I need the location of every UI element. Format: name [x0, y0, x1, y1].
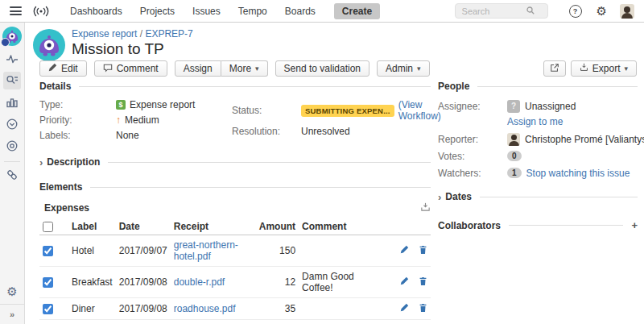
delete-row-trash-icon[interactable] — [419, 303, 427, 315]
assign-button[interactable]: Assign — [175, 60, 221, 77]
releases-clock-icon[interactable] — [3, 115, 21, 133]
breadcrumb: Expense report / EXPREP-7 — [72, 28, 193, 39]
components-target-icon[interactable] — [3, 137, 21, 155]
receipt-link[interactable]: double-r.pdf — [174, 276, 225, 288]
comment-button[interactable]: Comment — [94, 60, 167, 77]
nav-item-tempo[interactable]: Tempo — [238, 6, 267, 17]
left-column: Details Type: $ Expense report Priority:… — [39, 81, 431, 324]
expense-row: Casino 2017/09/09 one-eyed-jack.pdf 120 … — [39, 319, 431, 324]
issue-content: Expense report / EXPREP-7 Mission to TP … — [25, 23, 644, 324]
field-assignee: Assignee: ? Unassigned — [438, 99, 638, 113]
sidebar-divider — [4, 161, 20, 162]
expense-row: Hotel 2017/09/07 great-northern-hotel.pd… — [39, 235, 431, 267]
edit-row-pencil-icon[interactable] — [400, 303, 409, 314]
column-header-label: Label — [68, 218, 116, 235]
share-icon — [550, 63, 559, 75]
breadcrumb-project-link[interactable]: Expense report — [72, 28, 137, 39]
nav-item-dashboards[interactable]: Dashboards — [70, 6, 122, 17]
comment-bubble-icon — [103, 63, 113, 75]
send-to-validation-button[interactable]: Send to validation — [275, 60, 369, 77]
row-checkbox[interactable] — [43, 246, 53, 256]
hamburger-menu-icon[interactable] — [10, 6, 22, 15]
share-button[interactable] — [543, 60, 566, 77]
search-box — [455, 3, 548, 19]
nav-item-boards[interactable]: Boards — [285, 6, 316, 17]
issue-toolbar: Edit Comment Assign More▾ Send to valida… — [39, 60, 430, 77]
delete-row-trash-icon[interactable] — [419, 245, 427, 257]
row-checkbox[interactable] — [43, 277, 53, 288]
select-all-checkbox[interactable] — [43, 222, 53, 232]
top-navbar: Dashboards Projects Issues Tempo Boards … — [0, 0, 644, 23]
right-column: People Assignee: ? Unassigned Assign to … — [438, 81, 638, 231]
add-collaborator-icon[interactable]: + — [631, 219, 638, 231]
sidebar-expand-icon[interactable]: » — [10, 309, 14, 319]
admin-button[interactable]: Admin▾ — [377, 60, 430, 77]
field-resolution: Resolution: Unresolved — [232, 126, 431, 137]
create-button[interactable]: Create — [334, 3, 380, 19]
nav-item-issues[interactable]: Issues — [192, 6, 221, 17]
jira-issue-screen: Dashboards Projects Issues Tempo Boards … — [0, 0, 644, 324]
more-button[interactable]: More▾ — [221, 60, 268, 77]
watchers-badge[interactable]: 1 — [507, 168, 522, 178]
details-section-header: Details — [39, 81, 431, 92]
expenses-panel-header: Expenses — [39, 201, 431, 214]
search-issues-icon[interactable] — [3, 72, 21, 89]
edit-row-pencil-icon[interactable] — [400, 276, 409, 288]
expense-row: Breakfast 2017/09/08 double-r.pdf 12 Dam… — [39, 267, 431, 298]
chevron-down-icon: ▾ — [417, 64, 421, 73]
sidebar-bottom-divider — [0, 304, 24, 305]
chevron-down-icon: ▾ — [624, 64, 628, 73]
stop-watching-link[interactable]: Stop watching this issue — [526, 168, 630, 179]
receipt-link[interactable]: great-northern-hotel.pdf — [174, 239, 238, 262]
breadcrumb-separator: / — [140, 28, 142, 39]
priority-medium-icon: ↑ — [116, 114, 121, 126]
search-input[interactable] — [460, 6, 526, 17]
settings-gear-icon[interactable]: ⚙ — [597, 5, 607, 17]
project-sidebar: ⚙ » — [0, 23, 25, 324]
shortcuts-link-icon[interactable] — [3, 166, 21, 184]
people-section-header: People — [438, 81, 638, 92]
column-header-comment: Comment — [299, 218, 390, 235]
field-reporter: Reporter: Christophe Promé [Valiantys] — [438, 132, 638, 146]
project-avatar-large — [33, 29, 65, 61]
column-header-receipt: Receipt — [171, 218, 256, 235]
expenses-panel-title: Expenses — [44, 202, 89, 214]
sidebar-settings-gear-icon[interactable]: ⚙ — [6, 285, 17, 297]
project-avatar-small[interactable] — [2, 27, 22, 46]
dates-section-header[interactable]: › Dates — [438, 191, 638, 202]
breadcrumb-issue-link[interactable]: EXPREP-7 — [145, 28, 192, 39]
toolbar-right: Export▾ — [543, 60, 637, 77]
chevron-down-icon: ▾ — [255, 64, 259, 73]
export-table-icon[interactable] — [420, 201, 431, 214]
view-workflow-link[interactable]: (View Workflow) — [398, 99, 441, 122]
assign-to-me-link[interactable]: Assign to me — [507, 116, 563, 127]
column-header-amount: Amount — [256, 218, 299, 235]
page-title: Mission to TP — [72, 40, 164, 58]
help-icon[interactable]: ? — [569, 5, 582, 18]
activity-pulse-icon[interactable] — [3, 50, 21, 68]
field-status: Status: SUBMITTING EXPEN... (View Workfl… — [232, 99, 431, 122]
elements-section-header: Elements — [39, 181, 431, 193]
edit-row-pencil-icon[interactable] — [400, 245, 409, 256]
chevron-right-icon: › — [39, 157, 43, 168]
user-avatar[interactable] — [620, 4, 634, 19]
field-priority: Priority: ↑ Medium — [39, 114, 232, 126]
assign-more-group: Assign More▾ — [175, 60, 268, 77]
search-icon — [526, 6, 535, 17]
export-download-icon — [580, 63, 588, 74]
chevron-right-icon: › — [438, 192, 441, 202]
column-header-date: Date — [116, 218, 171, 235]
expense-row: Diner 2017/09/08 roadhouse.pdf 35 — [39, 298, 431, 319]
nav-item-projects[interactable]: Projects — [140, 6, 175, 17]
description-section-header[interactable]: › Description — [39, 156, 431, 168]
edit-button[interactable]: Edit — [39, 60, 87, 77]
expenses-table: Label Date Receipt Amount Comment Hotel … — [39, 218, 431, 324]
votes-badge[interactable]: 0 — [507, 151, 522, 161]
row-checkbox[interactable] — [43, 304, 53, 314]
pencil-icon — [48, 63, 57, 74]
delete-row-trash-icon[interactable] — [419, 276, 427, 289]
app-logo-broadcast-icon[interactable] — [32, 5, 50, 18]
receipt-link[interactable]: roadhouse.pdf — [174, 303, 236, 314]
reports-chart-icon[interactable] — [3, 93, 21, 111]
export-button[interactable]: Export▾ — [571, 60, 637, 77]
